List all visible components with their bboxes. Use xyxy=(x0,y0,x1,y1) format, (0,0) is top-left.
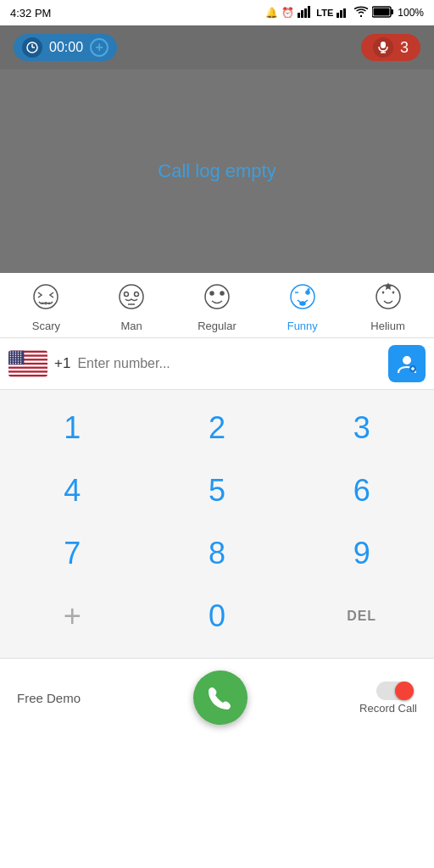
man-icon xyxy=(116,281,147,316)
svg-point-61 xyxy=(10,360,12,362)
call-fab-icon xyxy=(207,684,234,711)
svg-point-22 xyxy=(135,292,139,297)
svg-point-54 xyxy=(18,356,19,358)
svg-point-68 xyxy=(15,363,17,364)
contact-icon xyxy=(396,353,418,375)
dial-row-3: 7 8 9 xyxy=(0,524,434,583)
voice-filter-man[interactable]: Man xyxy=(97,281,165,332)
voice-filter-bar: Scary Man xyxy=(0,273,434,338)
svg-point-43 xyxy=(15,351,17,353)
svg-point-65 xyxy=(20,360,22,362)
scary-label: Scary xyxy=(32,320,60,332)
status-time: 4:32 PM xyxy=(10,7,51,19)
svg-point-29 xyxy=(300,302,305,305)
svg-point-52 xyxy=(13,356,14,358)
free-demo-label: Free Demo xyxy=(17,691,81,705)
svg-point-56 xyxy=(10,358,12,359)
svg-point-63 xyxy=(15,360,17,362)
svg-point-53 xyxy=(15,356,17,358)
status-bar: 4:32 PM 🔔 ⏰ LTE xyxy=(0,0,434,25)
phone-number-input[interactable] xyxy=(77,356,381,371)
svg-rect-8 xyxy=(391,9,393,14)
svg-point-58 xyxy=(15,358,17,359)
svg-point-41 xyxy=(10,351,12,353)
svg-point-59 xyxy=(18,358,19,359)
mic-icon xyxy=(373,37,393,58)
voice-filter-helium[interactable]: Helium xyxy=(354,281,422,332)
alarm-icon: 🔔 xyxy=(265,7,278,19)
dial-row-4: + 0 DEL xyxy=(0,587,434,646)
dial-8[interactable]: 8 xyxy=(175,524,259,583)
dial-1[interactable]: 1 xyxy=(30,398,114,458)
timer-pill[interactable]: 00:00 + xyxy=(14,34,117,61)
svg-point-69 xyxy=(18,363,19,364)
svg-point-67 xyxy=(13,363,14,364)
dial-4[interactable]: 4 xyxy=(30,461,114,520)
dial-7[interactable]: 7 xyxy=(30,524,114,583)
svg-point-42 xyxy=(13,351,14,353)
svg-point-45 xyxy=(20,351,22,353)
toggle-track xyxy=(376,682,412,700)
svg-point-25 xyxy=(210,292,214,295)
contact-button[interactable] xyxy=(388,345,426,382)
dial-plus[interactable]: + xyxy=(30,587,114,646)
mic-pill[interactable]: 3 xyxy=(361,34,420,61)
record-toggle[interactable] xyxy=(364,682,412,700)
man-label: Man xyxy=(121,320,142,332)
helium-icon xyxy=(373,281,403,316)
lte-icon: LTE xyxy=(316,8,333,18)
svg-point-66 xyxy=(10,363,12,364)
call-button[interactable] xyxy=(193,670,248,725)
svg-point-60 xyxy=(20,358,22,359)
dial-6[interactable]: 6 xyxy=(320,461,404,520)
dial-5[interactable]: 5 xyxy=(175,461,259,520)
funny-label: Funny xyxy=(287,320,318,332)
svg-point-20 xyxy=(120,285,143,309)
dial-2[interactable]: 2 xyxy=(175,398,259,458)
dial-3[interactable]: 3 xyxy=(320,398,404,458)
svg-point-57 xyxy=(13,358,14,359)
dial-9[interactable]: 9 xyxy=(320,524,404,583)
svg-point-21 xyxy=(125,292,129,297)
voice-filter-scary[interactable]: Scary xyxy=(12,281,80,332)
wifi-icon xyxy=(353,6,369,20)
svg-point-51 xyxy=(10,356,12,358)
svg-rect-40 xyxy=(8,351,24,365)
voice-filter-funny[interactable]: Funny xyxy=(269,281,337,332)
call-header: 00:00 + 3 xyxy=(0,25,434,70)
svg-point-55 xyxy=(20,356,22,358)
timer-icon xyxy=(22,37,42,58)
record-call-label: Record Call xyxy=(359,702,417,715)
svg-point-26 xyxy=(220,292,224,295)
dial-pad: 1 2 3 4 5 6 7 8 9 + 0 DEL xyxy=(0,390,434,658)
record-call-container[interactable]: Record Call xyxy=(359,682,417,715)
voice-filter-regular[interactable]: Regular xyxy=(183,281,251,332)
svg-point-70 xyxy=(20,363,22,364)
svg-point-24 xyxy=(205,285,229,309)
svg-rect-1 xyxy=(301,10,303,18)
toggle-thumb xyxy=(395,682,414,700)
battery-percent: 100% xyxy=(398,7,424,19)
funny-icon xyxy=(287,281,318,316)
svg-rect-6 xyxy=(343,8,346,18)
svg-point-50 xyxy=(20,353,22,355)
svg-rect-37 xyxy=(8,364,47,366)
battery-icon xyxy=(372,6,394,20)
dial-0[interactable]: 0 xyxy=(175,587,259,646)
call-log-area: Call log empty xyxy=(0,70,434,273)
svg-point-46 xyxy=(10,353,12,355)
mic-count: 3 xyxy=(400,39,409,57)
call-log-empty-message: Call log empty xyxy=(158,160,275,182)
dial-row-2: 4 5 6 xyxy=(0,461,434,520)
add-time-button[interactable]: + xyxy=(90,38,108,57)
svg-point-28 xyxy=(306,291,309,294)
svg-rect-4 xyxy=(337,13,339,18)
country-flag[interactable] xyxy=(8,350,47,377)
svg-rect-2 xyxy=(304,8,307,18)
timer-value: 00:00 xyxy=(49,40,83,55)
svg-point-62 xyxy=(13,360,14,362)
clock-icon: ⏰ xyxy=(281,7,294,19)
dial-del[interactable]: DEL xyxy=(320,587,404,646)
svg-point-48 xyxy=(15,353,17,355)
regular-icon xyxy=(202,281,232,316)
